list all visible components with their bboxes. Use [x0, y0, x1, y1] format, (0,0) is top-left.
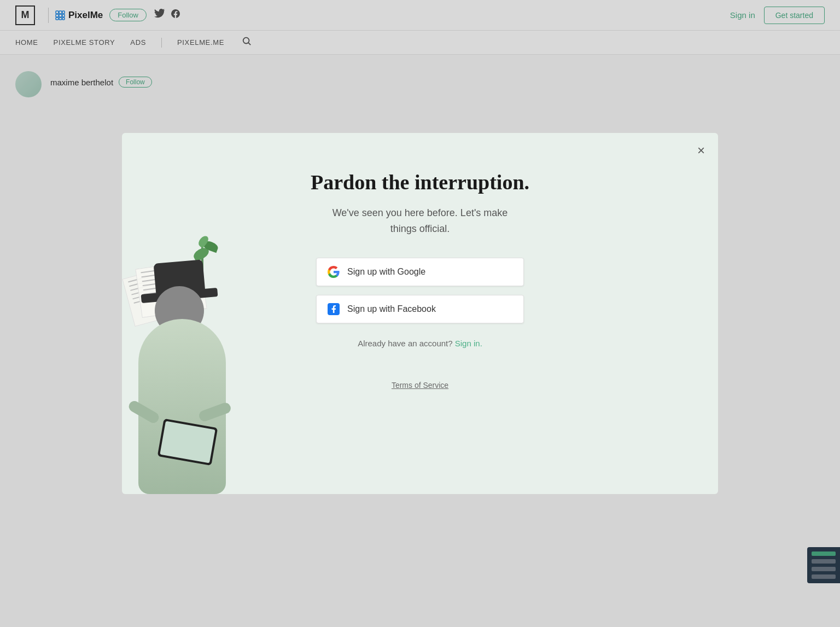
google-icon: [328, 266, 340, 278]
close-button[interactable]: ×: [697, 144, 705, 157]
facebook-button-label: Sign up with Facebook: [347, 304, 436, 314]
modal-illustration: [122, 231, 319, 494]
modal-overlay: ×: [0, 0, 840, 627]
tablet-screen: [160, 421, 215, 463]
terms-of-service-link[interactable]: Terms of Service: [392, 381, 448, 390]
modal-subtitle: We've seen you here before. Let's maketh…: [332, 205, 508, 237]
signup-modal: ×: [122, 133, 718, 494]
already-have-account-text: Already have an account? Sign in.: [358, 339, 482, 348]
facebook-icon: [328, 303, 340, 315]
google-signup-button[interactable]: Sign up with Google: [316, 258, 524, 286]
auth-buttons-container: Sign up with Google Sign up with Faceboo…: [316, 258, 524, 323]
modal-title: Pardon the interruption.: [311, 170, 529, 194]
facebook-signup-button[interactable]: Sign up with Facebook: [316, 295, 524, 323]
google-button-label: Sign up with Google: [347, 267, 425, 277]
modal-signin-link[interactable]: Sign in.: [455, 339, 482, 348]
